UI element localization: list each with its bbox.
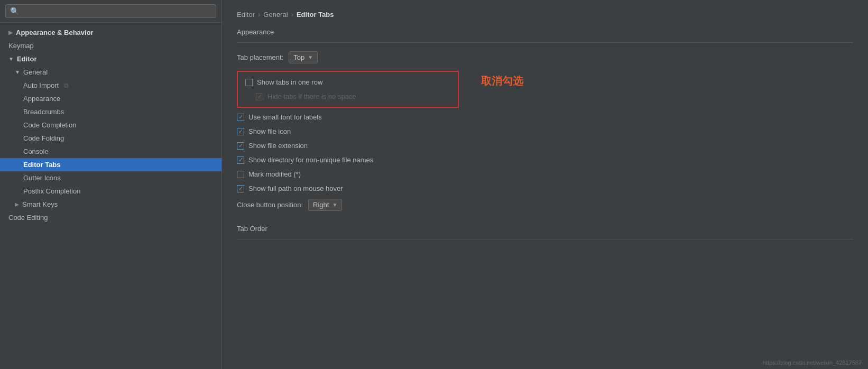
section-divider xyxy=(237,42,853,43)
show-full-path-row: ✓ Show full path on mouse hover xyxy=(237,183,853,193)
show-file-icon-checkbox[interactable]: ✓ xyxy=(237,128,244,135)
show-directory-checkbox[interactable]: ✓ xyxy=(237,156,244,164)
annotation-text: 取消勾选 xyxy=(481,74,523,88)
search-input-wrapper[interactable]: 🔍 xyxy=(5,4,216,18)
sidebar-item-auto-import[interactable]: Auto Import ⧉ xyxy=(0,79,221,92)
sidebar-item-postfix-completion[interactable]: Postfix Completion xyxy=(0,185,221,198)
show-tabs-one-row-label[interactable]: Show tabs in one row xyxy=(245,78,322,86)
sidebar-item-appearance[interactable]: Appearance xyxy=(0,92,221,105)
triangle-icon: ▶ xyxy=(15,201,19,207)
hide-tabs-label[interactable]: ✓ Hide tabs if there is no space xyxy=(256,93,356,100)
sidebar-item-gutter-icons[interactable]: Gutter Icons xyxy=(0,171,221,185)
close-button-position-row: Close button position: Right ▼ xyxy=(237,198,853,212)
tab-order-divider xyxy=(237,239,853,239)
copy-icon: ⧉ xyxy=(64,82,69,89)
breadcrumb-editor: Editor xyxy=(237,11,255,19)
nav-tree: ▶ Appearance & Behavior Keymap ▼ Editor … xyxy=(0,23,221,369)
dropdown-arrow-icon: ▼ xyxy=(308,54,313,60)
mark-modified-checkbox[interactable] xyxy=(237,171,244,178)
show-file-extension-label[interactable]: ✓ Show file extension xyxy=(237,142,308,150)
breadcrumb-sep-2: › xyxy=(291,11,293,19)
footer-url: https://blog.csdn.net/weixin_42817587 xyxy=(763,359,862,366)
triangle-icon: ▶ xyxy=(8,30,13,35)
use-small-font-label[interactable]: ✓ Use small font for labels xyxy=(237,113,322,121)
search-field[interactable] xyxy=(22,7,211,15)
show-tabs-one-row-checkbox[interactable] xyxy=(245,79,253,86)
close-button-position-dropdown[interactable]: Right ▼ xyxy=(308,199,342,211)
breadcrumb: Editor › General › Editor Tabs xyxy=(237,11,853,19)
tab-placement-row: Tab placement: Top ▼ xyxy=(237,50,853,64)
breadcrumb-sep-1: › xyxy=(258,11,260,19)
triangle-icon: ▼ xyxy=(15,69,20,75)
tab-placement-dropdown[interactable]: Top ▼ xyxy=(289,51,318,63)
sidebar-item-editor-tabs[interactable]: Editor Tabs xyxy=(0,158,221,171)
close-button-position-value: Right xyxy=(313,201,329,209)
sidebar-item-console[interactable]: Console xyxy=(0,145,221,158)
appearance-section-title: Appearance xyxy=(237,28,853,36)
show-full-path-label[interactable]: ✓ Show full path on mouse hover xyxy=(237,185,343,192)
show-directory-label[interactable]: ✓ Show directory for non-unique file nam… xyxy=(237,156,373,164)
sidebar-item-breadcrumbs[interactable]: Breadcrumbs xyxy=(0,105,221,118)
show-file-extension-row: ✓ Show file extension xyxy=(237,141,853,151)
sidebar-item-general[interactable]: ▼ General xyxy=(0,66,221,79)
triangle-icon: ▼ xyxy=(8,56,14,62)
dropdown-arrow-icon-2: ▼ xyxy=(332,202,337,208)
search-bar: 🔍 xyxy=(0,0,221,23)
sidebar-item-appearance-behavior[interactable]: ▶ Appearance & Behavior xyxy=(0,26,221,39)
tab-placement-label: Tab placement: xyxy=(237,53,283,61)
highlight-box: Show tabs in one row ✓ Hide tabs if ther… xyxy=(237,71,459,108)
show-tabs-one-row-row: Show tabs in one row xyxy=(245,77,450,87)
content-area: Editor › General › Editor Tabs Appearanc… xyxy=(222,0,868,369)
sidebar-item-code-folding[interactable]: Code Folding xyxy=(0,132,221,145)
show-file-extension-checkbox[interactable]: ✓ xyxy=(237,142,244,150)
show-file-icon-row: ✓ Show file icon xyxy=(237,126,853,136)
use-small-font-row: ✓ Use small font for labels xyxy=(237,112,853,122)
show-directory-row: ✓ Show directory for non-unique file nam… xyxy=(237,155,853,165)
breadcrumb-general: General xyxy=(263,11,288,19)
show-full-path-checkbox[interactable]: ✓ xyxy=(237,185,244,192)
breadcrumb-editor-tabs: Editor Tabs xyxy=(297,11,334,19)
hide-tabs-row: ✓ Hide tabs if there is no space xyxy=(245,91,450,102)
mark-modified-label[interactable]: Mark modified (*) xyxy=(237,170,301,178)
tab-order-section-title: Tab Order xyxy=(237,225,853,233)
sidebar-item-editor[interactable]: ▼ Editor xyxy=(0,52,221,66)
close-button-position-label: Close button position: xyxy=(237,201,303,209)
sidebar-item-code-completion[interactable]: Code Completion xyxy=(0,118,221,132)
hide-tabs-checkbox[interactable]: ✓ xyxy=(256,93,263,100)
sidebar: 🔍 ▶ Appearance & Behavior Keymap ▼ Edito… xyxy=(0,0,222,369)
search-icon: 🔍 xyxy=(10,7,19,15)
mark-modified-row: Mark modified (*) xyxy=(237,169,853,179)
tab-placement-value: Top xyxy=(293,53,304,61)
sidebar-item-smart-keys[interactable]: ▶ Smart Keys xyxy=(0,198,221,211)
sidebar-item-keymap[interactable]: Keymap xyxy=(0,39,221,52)
settings-group: ✓ Use small font for labels ✓ Show file … xyxy=(237,112,853,212)
use-small-font-checkbox[interactable]: ✓ xyxy=(237,114,244,121)
sidebar-item-code-editing[interactable]: Code Editing xyxy=(0,211,221,224)
show-file-icon-label[interactable]: ✓ Show file icon xyxy=(237,127,291,135)
